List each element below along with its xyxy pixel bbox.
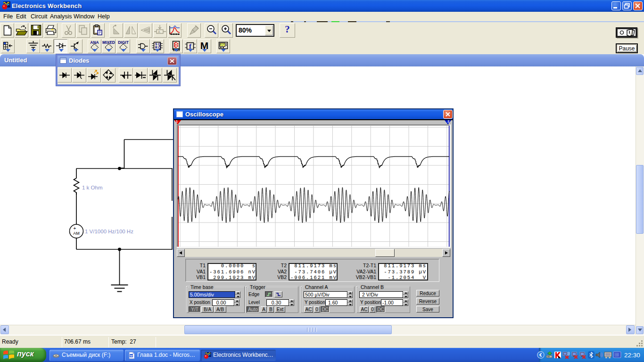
svg-text:1 V/1000 Hz/100 Hz: 1 V/1000 Hz/100 Hz	[85, 229, 133, 234]
svg-text:1 k Ohm: 1 k Ohm	[82, 185, 102, 190]
svg-text:W: W	[130, 354, 133, 357]
svg-text:+: +	[74, 226, 76, 231]
svg-text:AM: AM	[73, 231, 80, 236]
svg-text:A: A	[158, 30, 160, 33]
